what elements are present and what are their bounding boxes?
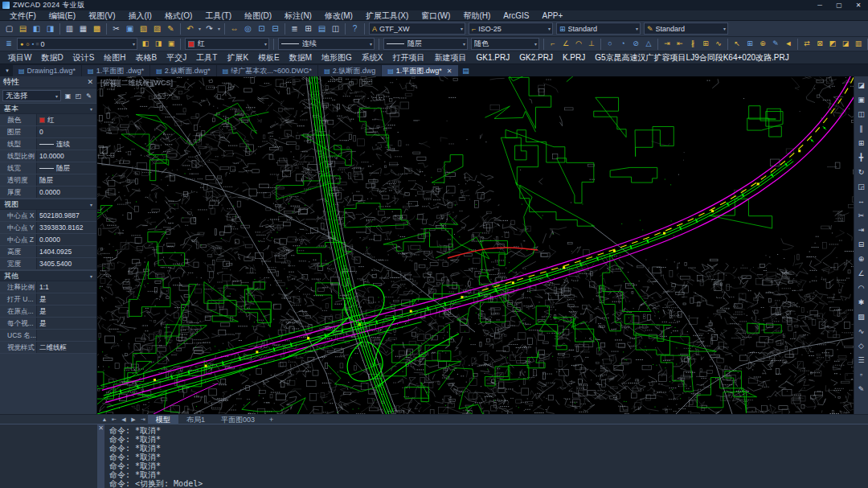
save-all-icon[interactable]: ◨ <box>43 23 57 35</box>
layer-previous-icon[interactable]: ◧ <box>139 38 152 50</box>
dim-break-icon[interactable]: ∦ <box>686 38 699 50</box>
chevron-down-icon[interactable]: ▾ <box>463 41 465 47</box>
property-value[interactable]: 是 <box>36 306 96 317</box>
mleader-icon[interactable]: ↖ <box>731 38 743 50</box>
project-menu-item[interactable]: 系统X <box>357 51 388 64</box>
explode-icon[interactable]: ✱ <box>855 296 868 309</box>
rotate-icon[interactable]: ↻ <box>855 166 868 178</box>
drawing-canvas[interactable] <box>97 76 854 414</box>
property-value[interactable]: 3405.5400 <box>36 258 96 269</box>
property-value[interactable]: 随层 <box>36 162 96 174</box>
layout-tab[interactable]: 平面图003 <box>213 415 263 424</box>
layout-tab[interactable]: 模型 <box>148 415 178 424</box>
minimize-button[interactable]: ─ <box>810 0 829 10</box>
property-value[interactable]: 3393830.8162 <box>36 222 96 233</box>
layer-properties-icon[interactable]: ≣ <box>2 38 15 50</box>
undo-icon[interactable]: ↶ <box>183 23 197 35</box>
property-value[interactable] <box>36 330 96 341</box>
extend-icon[interactable]: ⇥ <box>855 223 868 236</box>
chevron-down-icon[interactable]: ▾ <box>264 41 267 47</box>
property-value[interactable]: 10.0000 <box>36 150 96 162</box>
dim-override-icon[interactable]: ◪ <box>839 38 852 50</box>
dim-text-edit-icon[interactable]: ◄ <box>782 38 795 50</box>
close-icon[interactable]: ✕ <box>87 78 93 86</box>
project-menu-item[interactable]: 模板E <box>253 51 285 64</box>
maximize-button[interactable]: ▢ <box>829 0 849 10</box>
table-icon[interactable]: ⊞ <box>301 23 315 35</box>
property-value[interactable]: 1:1 <box>36 281 96 293</box>
project-menu-item[interactable]: 表格B <box>131 51 162 64</box>
project-menu-item[interactable]: 新建项目 <box>430 51 472 64</box>
property-value[interactable]: 0.0000 <box>36 187 96 198</box>
help-icon[interactable]: ? <box>348 23 362 35</box>
document-tab[interactable]: ▤2.纵断面.dwg <box>318 65 381 76</box>
cut-icon[interactable]: ✂ <box>109 23 123 35</box>
menu-item[interactable]: 扩展工具(X) <box>359 10 415 21</box>
document-tab[interactable]: ▤2.纵断面.dwg* <box>150 65 216 76</box>
layout-menu-icon[interactable]: ▲ <box>100 416 109 422</box>
project-file-item[interactable]: GK1.PRJ <box>472 51 515 64</box>
property-value[interactable]: 红 <box>36 114 96 125</box>
paste-icon[interactable]: ▧ <box>137 23 150 35</box>
chevron-down-icon[interactable]: ▾ <box>723 26 726 31</box>
menu-item[interactable]: 文件(F) <box>3 10 43 21</box>
qdim-icon[interactable]: ▥ <box>852 38 865 50</box>
pan-icon[interactable]: ⇔ <box>227 23 241 35</box>
project-menu-item[interactable]: 扩展K <box>222 51 253 64</box>
menu-item[interactable]: 帮助(H) <box>457 10 497 21</box>
layer-isolate-icon[interactable]: ▣ <box>165 38 178 50</box>
layer-states-icon[interactable]: ◨ <box>152 38 165 50</box>
layer-color-swatch-icon[interactable]: ■ <box>35 41 39 47</box>
quick-select-icon[interactable]: ▣ <box>63 91 73 101</box>
project-menu-item[interactable]: 项目W <box>3 51 36 64</box>
dim-jogged-icon[interactable]: ◔ <box>616 38 629 50</box>
open-folder-icon[interactable]: ▤ <box>16 23 30 35</box>
selection-dropdown[interactable]: 无选择 ▾ <box>2 90 61 101</box>
property-value[interactable]: 1404.0925 <box>36 246 96 257</box>
redo-icon[interactable]: ↷ <box>203 23 216 35</box>
last-tab-icon[interactable]: ⇥ <box>138 416 148 423</box>
new-icon[interactable]: ▢ <box>2 23 16 35</box>
zoom-realtime-icon[interactable]: ◎ <box>241 23 255 35</box>
prev-tab-icon[interactable]: ◀ <box>119 416 129 423</box>
offset-icon[interactable]: ∥ <box>855 122 868 135</box>
field-icon[interactable]: ≣ <box>288 23 301 35</box>
match-properties-icon[interactable]: ✎ <box>164 23 178 35</box>
region-icon[interactable]: ◇ <box>855 339 868 352</box>
project-menu-item[interactable]: 打开项目 <box>388 51 430 64</box>
menu-item[interactable]: 视图(V) <box>82 10 121 21</box>
chevron-down-icon[interactable]: ▾ <box>548 26 551 31</box>
dim-linear-icon[interactable]: ⌐ <box>547 38 559 50</box>
section-header[interactable]: 其他▾ <box>0 270 96 281</box>
menu-item[interactable]: 修改(M) <box>318 10 359 21</box>
menu-item[interactable]: 工具(T) <box>199 10 238 21</box>
dim-baseline-icon[interactable]: ⇤ <box>674 38 686 50</box>
dim-radius-icon[interactable]: ○ <box>604 38 616 50</box>
section-header[interactable]: 视图▾ <box>0 199 96 210</box>
close-icon[interactable]: ✕ <box>447 68 452 75</box>
chevron-down-icon[interactable]: ▾ <box>90 106 92 112</box>
document-tab[interactable]: ▤1.平面图.dwg*✕ <box>382 65 457 76</box>
dim-edit-icon[interactable]: ✎ <box>769 38 782 50</box>
new-drawing-button[interactable]: ▤ <box>459 65 473 76</box>
close-button[interactable]: ✕ <box>849 0 868 10</box>
trim-icon[interactable]: ✂ <box>855 209 868 222</box>
plotstyle-combo[interactable]: 随色▾ <box>471 38 539 50</box>
hatch-icon[interactable]: ▨ <box>855 310 868 323</box>
dim-style-combo[interactable]: ⌐ISO-25▾ <box>469 23 553 35</box>
join-icon[interactable]: ⊕ <box>855 252 868 265</box>
menu-item[interactable]: 绘图(D) <box>238 10 278 21</box>
mleader-style-combo[interactable]: ✎Standard▾ <box>644 23 728 35</box>
move-icon[interactable]: ╋ <box>855 151 868 164</box>
dim-ordinate-icon[interactable]: ⊥ <box>585 38 598 50</box>
publish-icon[interactable]: ▩ <box>90 23 104 35</box>
chevron-down-icon[interactable]: ▾ <box>133 41 135 47</box>
copy-icon[interactable]: ▣ <box>855 93 868 106</box>
dropdown-arrow-icon[interactable]: ▾ <box>216 26 222 31</box>
section-header[interactable]: 基本▾ <box>0 103 96 114</box>
property-value[interactable]: 502180.9887 <box>36 210 96 221</box>
dim-continue-icon[interactable]: ⇥ <box>661 38 674 50</box>
tolerance-icon[interactable]: ⊞ <box>743 38 756 50</box>
array-icon[interactable]: ⊞ <box>855 137 868 150</box>
save-icon[interactable]: ◧ <box>30 23 43 35</box>
